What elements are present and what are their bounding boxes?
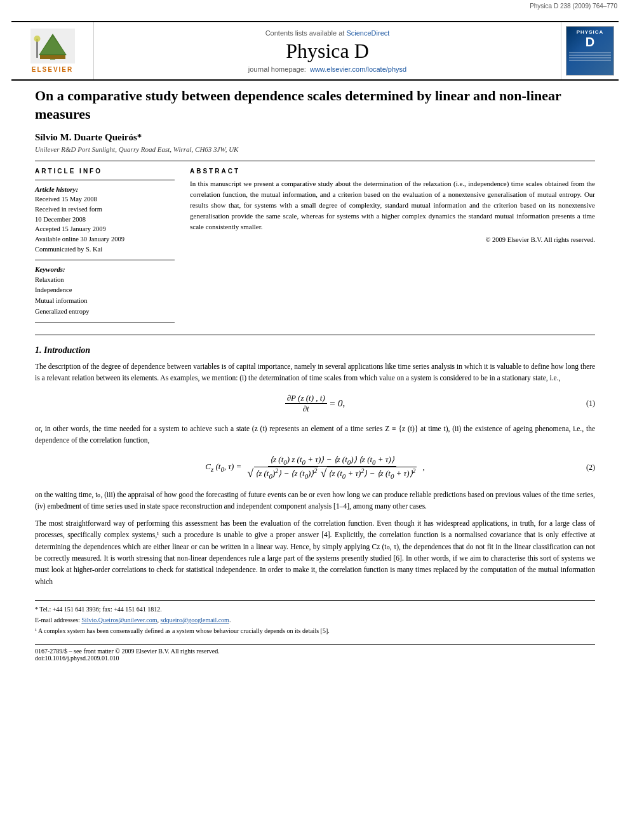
keyword-3: Mutual information — [35, 296, 175, 307]
homepage-label: journal homepage: — [248, 65, 306, 73]
title-divider — [35, 161, 595, 161]
page-footer: 0167-2789/$ – see front matter © 2009 El… — [35, 644, 595, 662]
journal-homepage-line: journal homepage: www.elsevier.com/locat… — [248, 65, 406, 73]
footer-doi: doi:10.1016/j.physd.2009.01.010 — [35, 655, 595, 662]
author-affiliation: Unilever R&D Port Sunlight, Quarry Road … — [35, 145, 595, 153]
sciencedirect-line: Contents lists available at ScienceDirec… — [265, 29, 390, 37]
info-bottom-divider — [35, 323, 175, 323]
communicated-info: Communicated by S. Kai — [35, 244, 175, 255]
sciencedirect-label: Contents lists available at — [265, 29, 345, 37]
equation-1-block: ∂P (z (t) , t) ∂t = 0, (1) — [35, 393, 595, 414]
footnote1: ¹ A complex system has been consensually… — [35, 626, 595, 636]
elsevier-logo: ELSEVIER — [11, 22, 94, 79]
keywords-label: Keywords: — [35, 265, 175, 273]
equation-2-number: (2) — [586, 463, 595, 472]
journal-header: ELSEVIER Contents lists available at Sci… — [11, 21, 619, 81]
abstract-body-divider — [35, 335, 595, 335]
author-name: Sílvio M. Duarte Queirós* — [35, 132, 595, 143]
info-mid-divider — [35, 260, 175, 260]
article-info-column: ARTICLE INFO Article history: Received 1… — [35, 168, 175, 328]
abstract-text: In this manuscript we present a comparat… — [190, 178, 595, 232]
keyword-2: Independence — [35, 285, 175, 296]
footnote-email1-link[interactable]: Silvio.Queiros@unilever.com — [81, 617, 157, 623]
eq2-fraction: ⟨z (t0) z (t0 + τ)⟩ − ⟨z (t0)⟩ ⟨z (t0 + … — [245, 455, 419, 480]
equation-2-content: Cz (t0, τ) = ⟨z (t0) z (t0 + τ)⟩ − ⟨z (t… — [205, 455, 424, 480]
intro-para3: on the waiting time, t₀, (iii) the appra… — [35, 489, 595, 512]
main-content: On a comparative study between dependenc… — [0, 87, 630, 662]
abstract-label: ABSTRACT — [190, 168, 595, 175]
accepted-info: Accepted 15 January 2009 — [35, 224, 175, 234]
footnote-email: E-mail addresses: Silvio.Queiros@unileve… — [35, 615, 595, 625]
svg-point-5 — [34, 36, 40, 42]
intro-para4: The most straightforward way of performi… — [35, 517, 595, 587]
received-revised-date: 10 December 2008 — [35, 215, 175, 225]
footnote-star: * Tel.: +44 151 641 3936; fax: +44 151 6… — [35, 604, 595, 614]
intro-para2: or, in other words, the time needed for … — [35, 423, 595, 446]
tree-svg — [34, 31, 72, 62]
cover-image: PHYSICA D — [566, 26, 614, 76]
page: Physica D 238 (2009) 764–770 ELS — [0, 0, 630, 840]
svg-marker-2 — [40, 36, 65, 54]
journal-cover: PHYSICA D — [561, 22, 619, 79]
info-section: ARTICLE INFO Article history: Received 1… — [35, 168, 595, 328]
info-top-divider — [35, 180, 175, 180]
history-label: Article history: — [35, 185, 175, 193]
footer-divider — [35, 600, 595, 601]
received-revised-info: Received in revised form — [35, 204, 175, 215]
cover-d-big: D — [586, 35, 594, 50]
elsevier-text: ELSEVIER — [32, 66, 73, 73]
equation-1-number: (1) — [586, 399, 595, 408]
eq1-fraction: ∂P (z (t) , t) ∂t — [285, 393, 327, 414]
article-title: On a comparative study between dependenc… — [35, 87, 595, 123]
journal-title-block: Contents lists available at ScienceDirec… — [94, 22, 561, 79]
elsevier-tree-image — [30, 29, 75, 63]
sciencedirect-link[interactable]: ScienceDirect — [346, 29, 389, 37]
homepage-link[interactable]: www.elsevier.com/locate/physd — [310, 65, 406, 73]
article-abstract-column: ABSTRACT In this manuscript we present a… — [190, 168, 595, 328]
equation-1-content: ∂P (z (t) , t) ∂t = 0, — [285, 393, 345, 414]
svg-rect-3 — [40, 55, 65, 59]
article-info-label: ARTICLE INFO — [35, 168, 175, 175]
section1-title: 1. Introduction — [35, 345, 595, 356]
cover-physica-text: PHYSICA — [577, 29, 604, 35]
keyword-1: Relaxation — [35, 275, 175, 286]
journal-name: Physica D — [286, 39, 369, 63]
journal-top-info: Physica D 238 (2009) 764–770 — [0, 0, 630, 10]
journal-volume-info: Physica D 238 (2009) 764–770 — [530, 3, 617, 10]
keyword-4: Generalized entropy — [35, 307, 175, 317]
available-online-info: Available online 30 January 2009 — [35, 234, 175, 244]
equation-2-block: Cz (t0, τ) = ⟨z (t0) z (t0 + τ)⟩ − ⟨z (t… — [35, 455, 595, 480]
received-info: Received 15 May 2008 — [35, 194, 175, 204]
footnote-email2-link[interactable]: sdqueiro@googlemail.com — [161, 617, 229, 623]
cover-lines — [569, 52, 611, 62]
copyright-line: © 2009 Elsevier B.V. All rights reserved… — [190, 236, 595, 243]
footer-issn: 0167-2789/$ – see front matter © 2009 El… — [35, 648, 595, 655]
intro-para1: The description of the degree of depende… — [35, 361, 595, 384]
